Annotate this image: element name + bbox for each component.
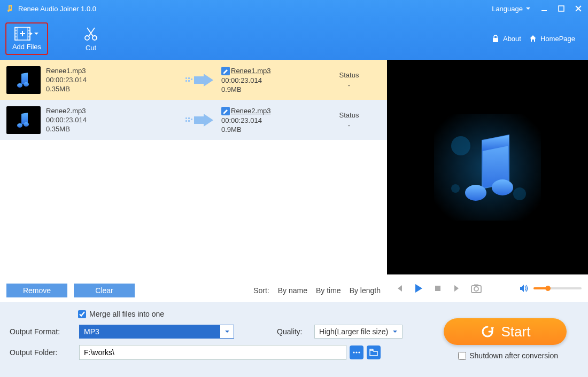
file-row[interactable]: Renee2.mp3 00:00:23.014 0.35MB Renee2.mp… — [0, 100, 387, 140]
output-file-name[interactable]: Renee1.mp3 — [231, 67, 270, 75]
add-files-button[interactable]: Add Files — [5, 22, 48, 55]
svg-point-12 — [92, 36, 97, 40]
svg-rect-26 — [188, 120, 190, 122]
file-list: Renee1.mp3 00:00:23.014 0.35MB Renee1.mp… — [0, 60, 387, 302]
list-controls: Remove Clear Sort: By name By time By le… — [0, 279, 387, 302]
svg-point-21 — [17, 123, 22, 128]
home-icon — [529, 34, 537, 43]
shutdown-checkbox[interactable] — [458, 352, 466, 360]
file-duration: 00:00:23.014 — [46, 116, 180, 124]
merge-label: Merge all files into one — [89, 310, 164, 318]
edit-icon[interactable] — [221, 67, 230, 75]
language-dropdown[interactable]: Language — [492, 5, 531, 13]
sort-label: Sort: — [253, 286, 269, 295]
svg-point-33 — [492, 179, 513, 195]
svg-rect-0 — [541, 10, 547, 11]
chevron-down-icon — [34, 31, 39, 36]
svg-rect-25 — [185, 120, 187, 122]
svg-point-29 — [451, 136, 470, 155]
file-output-info: Renee2.mp3 00:00:23.014 0.9MB — [221, 107, 318, 133]
more-button[interactable] — [350, 345, 363, 359]
file-duration: 00:00:23.014 — [46, 76, 180, 84]
svg-point-15 — [24, 82, 29, 87]
svg-rect-13 — [493, 38, 498, 42]
arrow-icon — [180, 112, 221, 128]
file-source-info: Renee1.mp3 00:00:23.014 0.35MB — [46, 67, 180, 93]
svg-rect-37 — [474, 284, 478, 286]
cut-button[interactable]: Cut — [69, 22, 112, 55]
sort-by-time[interactable]: By time — [316, 286, 341, 295]
svg-point-14 — [17, 83, 22, 88]
sort-by-name[interactable]: By name — [278, 286, 307, 295]
output-duration: 00:00:23.014 — [221, 116, 318, 124]
svg-point-22 — [24, 122, 29, 127]
output-file-name[interactable]: Renee2.mp3 — [231, 107, 270, 115]
sort-by-length[interactable]: By length — [350, 286, 381, 295]
homepage-link[interactable]: HomePage — [529, 34, 575, 43]
svg-point-39 — [355, 351, 357, 353]
volume-icon[interactable] — [517, 282, 529, 294]
svg-rect-19 — [188, 80, 190, 82]
output-size: 0.9MB — [221, 85, 318, 93]
svg-point-36 — [474, 287, 478, 291]
output-folder-input[interactable] — [79, 345, 346, 360]
file-thumbnail — [6, 106, 41, 134]
titlebar: Renee Audio Joiner 1.0.0 Language — [0, 0, 588, 17]
status-label: Status — [339, 71, 359, 79]
browse-folder-button[interactable] — [367, 345, 381, 359]
next-button[interactable] — [451, 282, 463, 294]
merge-checkbox[interactable] — [78, 310, 86, 318]
scissors-icon — [83, 26, 99, 42]
svg-rect-16 — [185, 77, 187, 79]
svg-point-40 — [358, 351, 360, 353]
output-size: 0.9MB — [221, 125, 318, 133]
music-note-icon — [434, 114, 541, 221]
preview-pane — [387, 60, 588, 302]
svg-point-30 — [513, 187, 526, 200]
svg-rect-18 — [185, 80, 187, 82]
prev-button[interactable] — [393, 282, 405, 294]
svg-point-38 — [353, 351, 354, 353]
svg-point-11 — [85, 36, 89, 40]
status-value: - — [348, 81, 350, 89]
output-settings: Merge all files into one Output Format: … — [0, 302, 588, 377]
film-plus-icon — [14, 27, 33, 41]
svg-point-31 — [451, 184, 460, 193]
start-button[interactable]: Start — [444, 318, 567, 345]
arrow-icon — [180, 72, 221, 88]
toolbar: Add Files Cut About HomePage — [0, 17, 588, 60]
about-link[interactable]: About — [491, 34, 521, 43]
stop-button[interactable] — [432, 282, 444, 294]
edit-icon[interactable] — [221, 107, 230, 115]
volume-slider[interactable] — [533, 287, 582, 289]
app-logo-icon — [5, 4, 14, 13]
chevron-down-icon — [525, 5, 531, 12]
file-row[interactable]: Renee1.mp3 00:00:23.014 0.35MB Renee1.mp… — [0, 60, 387, 100]
file-size: 0.35MB — [46, 85, 180, 93]
file-thumbnail — [6, 66, 41, 94]
close-button[interactable] — [574, 4, 583, 13]
status-label: Status — [339, 111, 359, 119]
snapshot-button[interactable] — [470, 282, 482, 294]
svg-rect-24 — [188, 117, 190, 119]
shutdown-label: Shutdown after conversion — [469, 351, 558, 360]
svg-point-32 — [465, 185, 486, 201]
svg-rect-1 — [559, 6, 564, 11]
file-size: 0.35MB — [46, 125, 180, 133]
output-format-dropdown[interactable]: MP3 — [79, 325, 234, 339]
svg-rect-17 — [188, 77, 190, 79]
svg-rect-34 — [435, 286, 440, 291]
maximize-button[interactable] — [557, 4, 566, 13]
app-title: Renee Audio Joiner 1.0.0 — [18, 5, 96, 13]
file-name: Renee1.mp3 — [46, 67, 180, 75]
preview-canvas — [387, 60, 588, 274]
output-format-label: Output Format: — [10, 327, 79, 336]
clear-button[interactable]: Clear — [74, 284, 135, 297]
play-button[interactable] — [413, 282, 424, 294]
file-name: Renee2.mp3 — [46, 107, 180, 115]
svg-rect-27 — [191, 119, 192, 120]
minimize-button[interactable] — [540, 4, 548, 13]
remove-button[interactable]: Remove — [6, 284, 67, 297]
quality-dropdown[interactable]: High(Larger file size) — [314, 325, 403, 339]
lock-icon — [491, 34, 500, 43]
